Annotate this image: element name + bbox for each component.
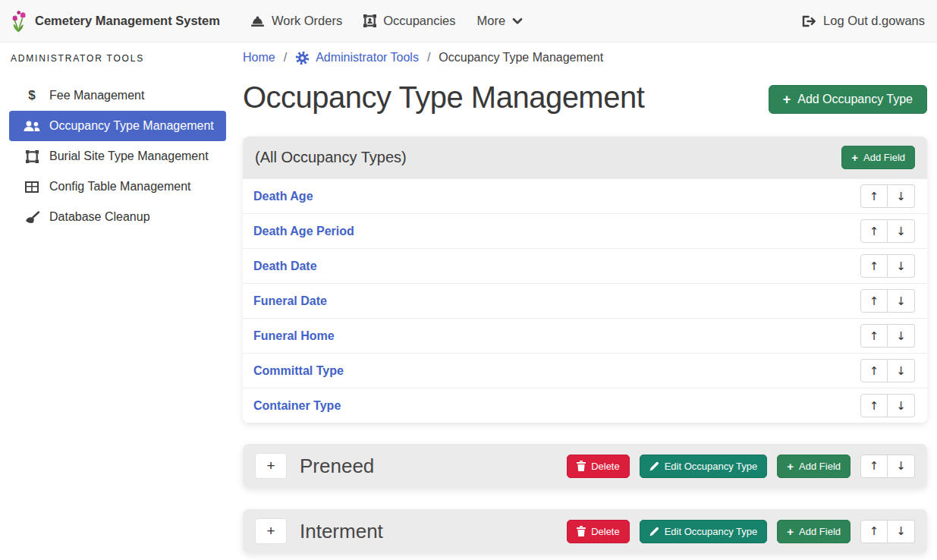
sidebar-item-config-table-management[interactable]: Config Table Management <box>9 171 226 202</box>
button-label: Delete <box>591 461 620 472</box>
field-link[interactable]: Death Date <box>253 260 317 273</box>
section-actions: Delete Edit Occupancy Type + Add Field ↑ <box>567 520 915 543</box>
field-link[interactable]: Funeral Home <box>253 329 335 343</box>
up-arrow-icon: ↑ <box>869 329 879 343</box>
plus-icon: + <box>266 523 275 540</box>
field-row: Death Age ↑ ↓ <box>243 178 927 213</box>
move-up-button[interactable]: ↑ <box>860 455 888 478</box>
field-link[interactable]: Death Age Period <box>253 225 354 238</box>
up-arrow-icon: ↑ <box>869 459 879 473</box>
brand[interactable]: Cemetery Management System <box>11 10 220 33</box>
expand-button[interactable]: + <box>255 453 287 479</box>
move-down-button[interactable]: ↓ <box>888 184 915 208</box>
expand-button[interactable]: + <box>255 518 287 544</box>
plus-icon: + <box>787 461 794 472</box>
move-up-button[interactable]: ↑ <box>860 324 888 348</box>
down-arrow-icon: ↓ <box>896 364 906 378</box>
move-up-button[interactable]: ↑ <box>860 394 888 417</box>
title-row: Occupancy Type Management + Add Occupanc… <box>243 79 927 115</box>
down-arrow-icon: ↓ <box>896 260 906 273</box>
users-icon <box>23 121 41 132</box>
hard-hat-icon <box>250 15 265 27</box>
move-down-button[interactable]: ↓ <box>888 219 915 243</box>
button-label: Add Field <box>799 461 841 472</box>
delete-button[interactable]: Delete <box>567 455 630 478</box>
sidebar-item-fee-management[interactable]: $ Fee Management <box>9 80 226 111</box>
edit-occupancy-type-button[interactable]: Edit Occupancy Type <box>640 455 768 478</box>
up-arrow-icon: ↑ <box>869 364 879 378</box>
tulip-logo-icon <box>11 10 27 33</box>
logout-label: Log Out d.gowans <box>823 14 925 28</box>
plus-icon: + <box>851 152 858 163</box>
add-field-button[interactable]: + Add Field <box>777 455 851 478</box>
up-arrow-icon: ↑ <box>869 524 879 538</box>
breadcrumb-admin-tools-link[interactable]: Administrator Tools <box>295 51 419 65</box>
sidebar-item-label: Fee Management <box>49 89 144 102</box>
move-down-button[interactable]: ↓ <box>888 324 915 348</box>
add-field-button[interactable]: + Add Field <box>777 520 851 543</box>
sidebar-item-label: Occupancy Type Management <box>49 119 214 133</box>
section-title: Preneed <box>300 455 567 478</box>
move-up-button[interactable]: ↑ <box>860 359 888 382</box>
move-up-button[interactable]: ↑ <box>860 520 888 543</box>
move-up-button[interactable]: ↑ <box>860 184 888 208</box>
nav-item-more[interactable]: More <box>467 14 534 28</box>
section-preneed: + Preneed Delete <box>243 444 927 488</box>
field-link[interactable]: Committal Type <box>253 364 344 378</box>
move-up-button[interactable]: ↑ <box>860 289 888 313</box>
edit-occupancy-type-button[interactable]: Edit Occupancy Type <box>640 520 768 543</box>
card-title: (All Occupancy Types) <box>255 149 407 166</box>
field-link[interactable]: Container Type <box>253 399 341 413</box>
breadcrumb-label: Home <box>243 51 275 64</box>
move-down-button[interactable]: ↓ <box>888 254 915 278</box>
broom-icon <box>23 211 41 224</box>
field-row: Container Type ↑ ↓ <box>243 388 927 423</box>
sidebar-item-database-cleanup[interactable]: Database Cleanup <box>9 202 226 232</box>
sidebar-item-burial-site-type-management[interactable]: Burial Site Type Management <box>9 141 226 171</box>
delete-button[interactable]: Delete <box>567 520 630 543</box>
move-down-button[interactable]: ↓ <box>888 455 915 478</box>
card-header: (All Occupancy Types) + Add Field <box>243 137 927 178</box>
all-occupancy-types-card: (All Occupancy Types) + Add Field Death … <box>243 137 927 423</box>
up-arrow-icon: ↑ <box>869 190 879 203</box>
move-up-button[interactable]: ↑ <box>860 219 888 243</box>
up-arrow-icon: ↑ <box>869 399 879 413</box>
sidebar-menu: $ Fee Management Occupancy Type Manageme… <box>9 80 226 232</box>
nav-item-label: More <box>477 14 506 28</box>
move-down-button[interactable]: ↓ <box>888 359 915 382</box>
field-row: Funeral Home ↑ ↓ <box>243 318 927 353</box>
field-row: Committal Type ↑ ↓ <box>243 353 927 388</box>
up-arrow-icon: ↑ <box>869 260 879 273</box>
nav-item-occupancies[interactable]: Occupancies <box>353 14 466 28</box>
sidebar-item-label: Config Table Management <box>49 180 191 193</box>
down-arrow-icon: ↓ <box>896 190 906 203</box>
field-link[interactable]: Funeral Date <box>253 294 327 308</box>
move-down-button[interactable]: ↓ <box>888 520 915 543</box>
main-content: Home / Administrator Tools / Occupancy T… <box>243 42 937 560</box>
logout-button[interactable]: Log Out d.gowans <box>802 14 926 28</box>
sign-out-icon <box>802 15 816 27</box>
reorder-controls: ↑ ↓ <box>860 184 915 208</box>
breadcrumb-home-link[interactable]: Home <box>243 51 275 64</box>
down-arrow-icon: ↓ <box>896 399 906 413</box>
top-navbar: Cemetery Management System Work Orders <box>0 0 937 42</box>
reorder-controls: ↑ ↓ <box>860 254 915 278</box>
add-field-button[interactable]: + Add Field <box>841 146 915 169</box>
nav-item-label: Work Orders <box>272 14 342 28</box>
move-down-button[interactable]: ↓ <box>888 394 915 417</box>
pencil-icon <box>649 527 659 536</box>
button-label: Edit Occupancy Type <box>665 461 758 472</box>
move-up-button[interactable]: ↑ <box>860 254 888 278</box>
pencil-icon <box>649 461 659 471</box>
up-arrow-icon: ↑ <box>869 225 879 238</box>
down-arrow-icon: ↓ <box>896 294 906 308</box>
nav-item-work-orders[interactable]: Work Orders <box>240 14 353 28</box>
section-interment: + Interment Delete <box>243 509 927 553</box>
reorder-controls: ↑ ↓ <box>860 289 915 313</box>
add-occupancy-type-button[interactable]: + Add Occupancy Type <box>769 85 927 114</box>
field-link[interactable]: Death Age <box>253 190 313 203</box>
sidebar-item-occupancy-type-management[interactable]: Occupancy Type Management <box>9 111 226 141</box>
plus-icon: + <box>266 458 275 474</box>
move-down-button[interactable]: ↓ <box>888 289 915 313</box>
table-icon <box>23 181 41 193</box>
